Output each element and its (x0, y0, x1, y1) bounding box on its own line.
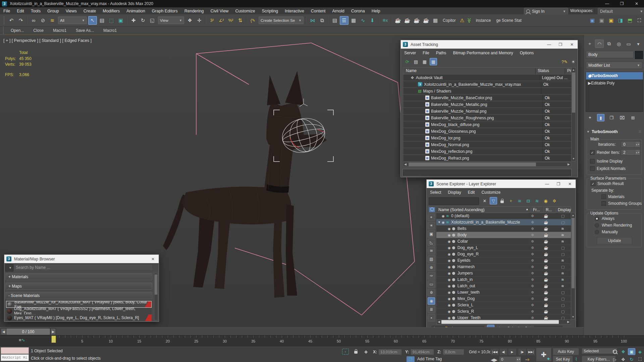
asset-horizontal-scrollbar[interactable]: ◀ ▶ (403, 162, 571, 167)
pan-view-icon[interactable]: ✥ (620, 356, 627, 362)
renderable-teapot-icon[interactable]: ☕ (544, 309, 548, 314)
scene-menu-select[interactable]: Select (427, 190, 444, 195)
tab-motion[interactable]: ◎ (614, 40, 623, 48)
scene-menu-customize[interactable]: Customize (478, 190, 504, 195)
display-as-box-icon[interactable]: ▢ (561, 220, 565, 225)
column-name[interactable]: Name (406, 68, 417, 73)
display-as-box-icon[interactable]: ▢ (561, 303, 565, 307)
renderable-teapot-icon[interactable]: ☕ (544, 265, 548, 269)
toggle-layer-explorer[interactable]: ▤ (330, 16, 339, 25)
spinner-arrows-icon[interactable]: ▲▼ (517, 357, 521, 362)
asset-row[interactable]: ▦Bakerville_Muzzle_Normal.pngOk (403, 108, 572, 115)
modifier-stack-item[interactable]: ▶ Editable Poly (586, 79, 643, 87)
frozen-icon[interactable]: ✲ (531, 258, 534, 263)
eye-icon[interactable]: ◉ (588, 73, 591, 78)
next-frame-button[interactable]: |▶ (518, 348, 527, 356)
update-button[interactable]: Update (597, 237, 632, 244)
table-view-icon[interactable]: ▦ (430, 58, 437, 65)
display-as-box-icon[interactable]: ▢ (561, 297, 565, 301)
align[interactable]: ⧉ (318, 16, 326, 25)
selection-filter-dropdown[interactable]: All▼ (58, 16, 87, 24)
list-item[interactable]: ◉Sclera_R✲☕▢ (436, 308, 571, 315)
render-iters-checkbox[interactable]: ✓ (590, 150, 595, 155)
time-tag-cube-icon[interactable]: ❒ (407, 356, 415, 362)
scene-vertical-scrollbar[interactable]: ▲ ▼ (571, 213, 575, 319)
render-setup[interactable]: ☕ (393, 16, 402, 25)
close-button[interactable]: ✕ (629, 0, 644, 7)
list-item[interactable]: ◉Lower_teeth✲☕▢ (436, 289, 571, 296)
unfreeze-all-icon[interactable]: ✲ (551, 197, 558, 204)
quick-access-open-[interactable]: Open... (11, 28, 24, 33)
smoothing-groups-checkbox[interactable] (601, 201, 606, 206)
asset-menu-file[interactable]: File (419, 51, 432, 55)
split-view-icon[interactable]: ◨ (616, 16, 625, 25)
modifier-stack-item[interactable]: ◉ TurboSmooth (586, 72, 643, 79)
filter-bones-icon[interactable]: ✑ (428, 272, 435, 280)
thumbnail-view-icon[interactable]: ▦ (421, 58, 428, 65)
list-item[interactable]: ◉Belts✲☕≋ (436, 226, 571, 232)
viewport-config-icon[interactable]: ⬒ (626, 16, 634, 25)
details-view-icon[interactable]: ▤ (412, 58, 420, 65)
angle-snap-toggle[interactable]: ∠² (217, 16, 226, 25)
renderable-teapot-icon[interactable]: ☕ (544, 316, 548, 320)
smooth-result-checkbox[interactable]: ✓ (591, 181, 595, 186)
curve-editor[interactable]: ∿ (359, 16, 367, 25)
display-as-box-icon[interactable]: ≋ (561, 233, 564, 237)
eye-icon[interactable]: ◉ (448, 297, 451, 301)
renderable-teapot-icon[interactable]: ☕ (544, 303, 548, 307)
transform-gizmo-icon[interactable]: ❖ (362, 349, 370, 355)
asset-path-field[interactable] (403, 169, 571, 176)
spinner-arrows-icon[interactable]: ▲▼ (636, 142, 640, 147)
menu-animation[interactable]: Animation (123, 9, 149, 13)
frozen-icon[interactable]: ✲ (531, 271, 534, 276)
scene-search-input[interactable] (429, 197, 479, 205)
reference-coordinate-system[interactable]: View▼ (158, 16, 184, 24)
field-of-view-icon[interactable]: ▷ (611, 356, 619, 362)
zoom-icon[interactable] (611, 348, 619, 355)
asset-row[interactable]: ▦MexDog_Refract.pngOk (403, 155, 572, 161)
graphite-modeling-ribbon[interactable]: ▦ (349, 16, 358, 25)
set-keys-button[interactable]: ✚◆ (536, 348, 551, 362)
display-as-box-icon[interactable]: ≋ (561, 239, 564, 244)
list-item[interactable]: ◉Body✲☕≋ (436, 232, 571, 238)
undo[interactable]: ↶ (7, 16, 16, 25)
asset-row[interactable]: ▦MexDog_Normal.pngOk (403, 141, 572, 148)
renderable-teapot-icon[interactable]: ☕ (544, 278, 548, 282)
material-item[interactable]: Baskerville_Muzzle_for_Xoloitzcuintli_MA… (6, 301, 152, 308)
frozen-icon[interactable]: ✲ (531, 252, 534, 256)
scroll-down-icon[interactable]: ▼ (571, 315, 575, 318)
asset-row[interactable]: ❖Autodesk VaultLogged Out ... (403, 74, 572, 81)
selection-lock-icon[interactable] (352, 348, 360, 355)
use-pivot-point-center[interactable]: ❖ (185, 16, 194, 25)
filter-xrefs-icon[interactable]: ⊕ (428, 264, 435, 271)
auto-key-button[interactable]: Auto Key (553, 348, 579, 355)
iterations-spinner[interactable]: 0▲▼ (621, 141, 640, 147)
filter-helpers-icon[interactable]: ◺ (428, 239, 435, 246)
instance-button[interactable]: instance (476, 18, 491, 23)
compare-media[interactable]: ▦ (431, 16, 440, 25)
zoom-extents-selected-icon[interactable]: ▣ (628, 348, 635, 355)
workspace-dropdown[interactable]: Default ▼ (598, 8, 644, 15)
display-as-box-icon[interactable]: ▢ (561, 290, 565, 295)
material-search-input[interactable]: Search by Name ... (13, 264, 153, 271)
highlight-icon[interactable]: ☀ (570, 58, 577, 65)
renderable-teapot-icon[interactable]: ☕ (544, 252, 548, 256)
maximize-button[interactable]: ❐ (553, 180, 564, 188)
menu-corona[interactable]: Corona (348, 9, 368, 13)
workspace-lock-toggle-icon[interactable]: ▣ (607, 16, 615, 25)
scroll-right-icon[interactable]: ▶ (568, 163, 570, 166)
go-to-end-button[interactable]: ▶▶| (527, 348, 535, 356)
mirror[interactable]: ⋈ (308, 16, 317, 25)
menu-views[interactable]: Views (62, 9, 80, 13)
select-and-rotate[interactable]: ↻ (139, 16, 147, 25)
bind-to-space-warp[interactable]: ≋ (48, 16, 57, 25)
tab-display[interactable]: ▭ (624, 40, 633, 48)
scene-menu-edit[interactable]: Edit (465, 190, 478, 195)
list-item[interactable]: ◉Jumpers✲☕≋ (436, 270, 571, 277)
menu-modifiers[interactable]: Modifiers (99, 9, 123, 13)
y-coordinate-field[interactable]: 91,494cm (411, 349, 434, 355)
named-selection-sets-dropdown[interactable]: Create Selection Se▼ (259, 16, 304, 24)
asset-row[interactable]: ▧Maps / Shaders (403, 88, 572, 95)
tab-create[interactable]: ＋ (585, 40, 594, 48)
minimize-button[interactable]: — (543, 40, 555, 49)
